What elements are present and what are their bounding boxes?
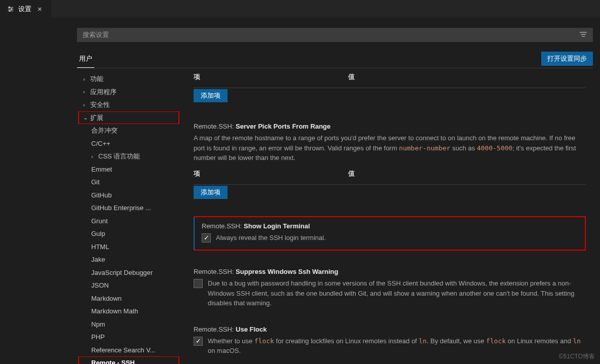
setting-suppress-windows-ssh-warning: Remote.SSH: Suppress Windows Ssh Warning…	[194, 268, 586, 308]
tree-item-merge-conflict[interactable]: 合并冲突	[77, 124, 183, 137]
settings-header: 用户 打开设置同步	[77, 51, 593, 68]
settings-editor: 搜索设置 用户 打开设置同步 ›功能 ›应用程序 ›安全性 ⌄扩展 合并冲突 C…	[0, 18, 600, 364]
tree-item-features[interactable]: ›功能	[77, 72, 183, 86]
setting-checkbox-row: ✓ Always reveal the SSH login terminal.	[202, 233, 578, 243]
setting-description: Always reveal the SSH login terminal.	[216, 233, 326, 243]
tree-item-applications[interactable]: ›应用程序	[77, 86, 183, 99]
search-placeholder: 搜索设置	[83, 30, 109, 39]
settings-tree: ›功能 ›应用程序 ›安全性 ⌄扩展 合并冲突 C/C++ ›CSS 语言功能 …	[77, 71, 183, 364]
tab-bar: 设置 ×	[0, 0, 600, 18]
tree-item-gulp[interactable]: Gulp	[77, 227, 183, 240]
tree-item-js-debugger[interactable]: JavaScript Debugger	[77, 266, 183, 279]
scope-tabs: 用户	[77, 51, 102, 68]
setting-description: Whether to use flock for creating lockfi…	[208, 336, 586, 356]
chevron-right-icon: ›	[91, 152, 98, 161]
kv-col-item: 项	[194, 72, 348, 82]
tree-item-npm[interactable]: Npm	[77, 318, 183, 331]
tree-item-security[interactable]: ›安全性	[77, 98, 183, 111]
kv-col-item: 项	[194, 169, 348, 178]
kv-col-value: 值	[348, 169, 586, 178]
svg-point-2	[9, 10, 10, 11]
setting-checkbox-row: ✓ Due to a bug with password handling in…	[194, 278, 586, 308]
tree-item-css[interactable]: ›CSS 语言功能	[77, 150, 183, 163]
chevron-down-icon: ⌄	[83, 113, 90, 122]
tree-item-extensions[interactable]: ⌄扩展	[77, 111, 183, 125]
tree-item-git[interactable]: Git	[77, 176, 183, 189]
divider	[194, 184, 586, 185]
setting-use-flock: Remote.SSH: Use Flock ✓ Whether to use f…	[194, 326, 586, 356]
kv-table-header: 项 值	[194, 168, 586, 181]
kv-col-value: 值	[348, 72, 586, 82]
settings-list: 项 值 添加项 Remote.SSH: Server Pick Ports Fr…	[183, 71, 593, 364]
tree-item-php[interactable]: PHP	[77, 331, 183, 344]
svg-rect-3	[580, 32, 587, 33]
search-input[interactable]: 搜索设置	[77, 28, 593, 42]
tree-item-grunt[interactable]: Grunt	[77, 215, 183, 228]
tree-item-html[interactable]: HTML	[77, 240, 183, 254]
checkbox-unchecked[interactable]: ✓	[194, 279, 203, 288]
tree-item-emmet[interactable]: Emmet	[77, 163, 183, 176]
svg-point-1	[11, 8, 12, 9]
setting-title: Remote.SSH: Use Flock	[194, 326, 586, 333]
tree-item-jake[interactable]: Jake	[77, 253, 183, 266]
add-item-button[interactable]: 添加项	[194, 89, 228, 102]
setting-checkbox-row: ✓ Whether to use flock for creating lock…	[194, 336, 586, 356]
svg-rect-5	[582, 36, 585, 37]
watermark: ©51CTO博客	[559, 352, 595, 361]
setting-server-pick-ports: Remote.SSH: Server Pick Ports From Range…	[194, 123, 586, 202]
tree-item-reference-search[interactable]: Reference Search V...	[77, 344, 183, 357]
svg-rect-4	[581, 34, 586, 35]
checkbox-checked[interactable]: ✓	[194, 337, 203, 346]
svg-point-0	[9, 7, 10, 8]
open-settings-sync-button[interactable]: 打开设置同步	[541, 52, 593, 66]
tab-title: 设置	[18, 5, 31, 14]
tree-item-markdown[interactable]: Markdown	[77, 292, 183, 305]
chevron-right-icon: ›	[83, 75, 90, 84]
tree-item-github[interactable]: GitHub	[77, 189, 183, 202]
chevron-right-icon: ›	[83, 101, 90, 109]
setting-title: Remote.SSH: Show Login Terminal	[202, 222, 578, 230]
setting-title: Remote.SSH: Server Pick Ports From Range	[194, 123, 586, 130]
kv-table-header: 项 值	[194, 71, 586, 85]
checkbox-checked[interactable]: ✓	[202, 233, 211, 242]
chevron-right-icon: ›	[83, 88, 90, 96]
tree-item-github-enterprise[interactable]: GitHub Enterprise ...	[77, 201, 183, 215]
tree-item-ccpp[interactable]: C/C++	[77, 137, 183, 150]
tree-item-markdown-math[interactable]: Markdown Math	[77, 305, 183, 318]
tab-settings[interactable]: 设置 ×	[0, 0, 51, 18]
filter-icon[interactable]	[579, 31, 587, 39]
settings-content: ›功能 ›应用程序 ›安全性 ⌄扩展 合并冲突 C/C++ ›CSS 语言功能 …	[77, 71, 593, 364]
add-item-button[interactable]: 添加项	[194, 186, 228, 199]
setting-description: A map of the remote hostname to a range …	[194, 133, 586, 163]
scope-tab-user[interactable]: 用户	[77, 51, 94, 68]
settings-icon	[7, 6, 14, 13]
setting-show-login-terminal: Remote.SSH: Show Login Terminal ✓ Always…	[194, 216, 586, 251]
setting-description: Due to a bug with password handling in s…	[208, 278, 586, 308]
divider	[194, 88, 586, 88]
tree-item-remote-ssh[interactable]: Remote - SSH	[77, 356, 183, 364]
tree-item-json[interactable]: JSON	[77, 279, 183, 292]
setting-title: Remote.SSH: Suppress Windows Ssh Warning	[194, 268, 586, 275]
close-icon[interactable]: ×	[35, 4, 44, 14]
